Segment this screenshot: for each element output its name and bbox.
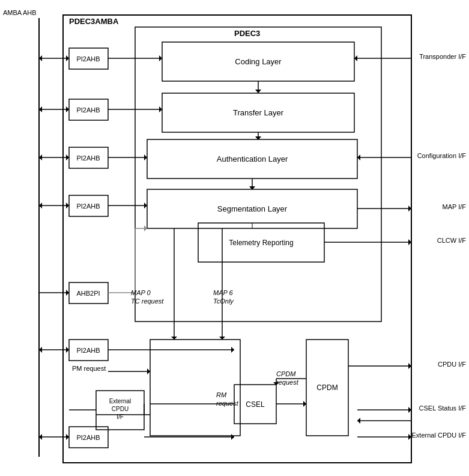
svg-marker-77 bbox=[231, 347, 234, 353]
coding-layer-label: Coding Layer bbox=[235, 57, 282, 66]
cpdm-request-label: CPDMrequest bbox=[276, 370, 298, 387]
pi2ahb-2: PI2AHB bbox=[76, 106, 100, 114]
amba-ahb-label: AMBA AHB bbox=[3, 9, 37, 16]
svg-marker-92 bbox=[357, 418, 360, 424]
cpdm-label: CPDM bbox=[316, 383, 337, 392]
transponder-label: Transponder I/F bbox=[419, 53, 466, 60]
telemetry-label: Telemetry Reporting bbox=[229, 239, 293, 247]
external-cpdu-if-label: External CPDU I/F bbox=[412, 432, 466, 439]
svg-rect-78 bbox=[150, 340, 240, 436]
svg-rect-1 bbox=[135, 27, 381, 322]
map6-label: MAP 6TcOnly bbox=[213, 288, 234, 306]
segmentation-layer-label: Segmentation Layer bbox=[217, 204, 288, 213]
clcw-label: CLCW I/F bbox=[437, 237, 466, 244]
pi2ahb-6: PI2AHB bbox=[76, 434, 100, 441]
diagram-container: Coding Layer Transfer Layer Authenticati… bbox=[0, 0, 469, 476]
pm-request-label: PM request bbox=[72, 365, 106, 372]
configuration-label: Configuration I/F bbox=[417, 152, 466, 159]
pdec3amba-label: PDEC3AMBA bbox=[69, 17, 118, 26]
pi2ahb-3: PI2AHB bbox=[76, 154, 100, 162]
pi2ahb-5: PI2AHB bbox=[76, 347, 100, 354]
transfer-layer-label: Transfer Layer bbox=[233, 108, 284, 117]
csel-label: CSEL bbox=[246, 400, 265, 409]
csel-status-label: CSEL Status I/F bbox=[419, 404, 466, 412]
pi2ahb-4: PI2AHB bbox=[76, 203, 100, 210]
rm-request-label: RMrequest bbox=[216, 391, 238, 408]
svg-marker-67 bbox=[231, 434, 234, 440]
external-cpdu-label: External bbox=[109, 398, 132, 404]
external-cpdu-label2: CPDU bbox=[112, 406, 129, 412]
map0-tc-label: MAP 0TC request bbox=[131, 288, 163, 306]
map-label: MAP I/F bbox=[442, 203, 466, 210]
pi2ahb-1: PI2AHB bbox=[76, 55, 100, 63]
svg-marker-5 bbox=[255, 90, 261, 93]
pdec3-label: PDEC3 bbox=[234, 29, 260, 38]
auth-layer-label: Authentication Layer bbox=[217, 154, 288, 163]
cpdu-label: CPDU I/F bbox=[438, 361, 466, 368]
ahb2pi: AHB2PI bbox=[76, 290, 100, 297]
